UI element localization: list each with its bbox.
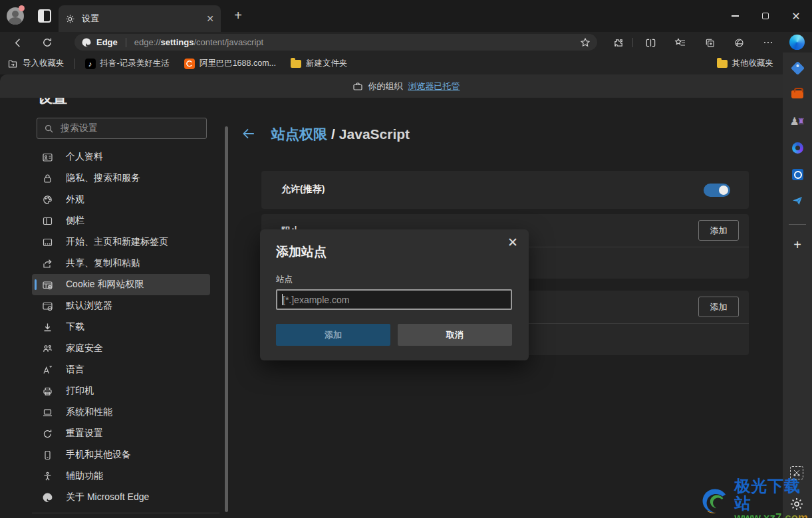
bookmark-new-folder[interactable]: 新建文件夹 bbox=[283, 56, 355, 72]
window-close-button[interactable]: ✕ bbox=[781, 0, 811, 32]
outlook-icon[interactable] bbox=[790, 167, 805, 182]
browser-tab-settings[interactable]: 设置 ✕ bbox=[59, 5, 221, 32]
tab-close-icon[interactable]: ✕ bbox=[206, 13, 214, 24]
favorite-star-icon[interactable] bbox=[580, 37, 591, 48]
palette-icon bbox=[42, 194, 53, 205]
edge-sidebar-rail: ♟♜ + bbox=[783, 53, 812, 518]
sidebar-scrollbar[interactable] bbox=[225, 126, 228, 512]
briefcase-icon bbox=[352, 81, 363, 92]
watermark-logo bbox=[698, 483, 733, 518]
download-icon bbox=[42, 322, 53, 333]
search-placeholder: 搜索设置 bbox=[61, 122, 98, 134]
site-input[interactable] bbox=[276, 289, 512, 310]
site-badge-label: Edge bbox=[96, 37, 118, 47]
sidebar-item-accessibility[interactable]: 辅助功能 bbox=[32, 465, 210, 487]
sidebar-settings-gear-icon[interactable] bbox=[789, 497, 804, 511]
sidebar-item-default-browser[interactable]: 默认浏览器 bbox=[32, 295, 210, 317]
language-icon bbox=[42, 364, 53, 376]
sidebar-item-reset-settings[interactable]: 重置设置 bbox=[32, 423, 210, 444]
more-menu-icon[interactable] bbox=[759, 34, 777, 51]
tools-icon[interactable] bbox=[790, 87, 805, 102]
sidebar-item-phone-devices[interactable]: 手机和其他设备 bbox=[32, 444, 210, 465]
bookmarks-bar: 导入收藏夹 ♪ 抖音-记录美好生活 阿里巴巴1688.com... 新建文件夹 … bbox=[0, 53, 812, 74]
bookmark-label: 抖音-记录美好生活 bbox=[100, 58, 170, 69]
sidebar-item-start-home[interactable]: 开始、主页和新建标签页 bbox=[32, 231, 210, 253]
other-favorites-label: 其他收藏夹 bbox=[732, 58, 774, 69]
sidebar-item-label: 个人资料 bbox=[66, 151, 103, 163]
dialog-cancel-button[interactable]: 取消 bbox=[398, 324, 512, 346]
bookmark-label: 新建文件夹 bbox=[306, 58, 348, 69]
breadcrumb-back-button[interactable] bbox=[241, 126, 255, 141]
screenshot-tool-icon[interactable] bbox=[790, 466, 803, 479]
text-caret bbox=[282, 294, 283, 305]
sidebar-item-share-copy-paste[interactable]: 共享、复制和粘贴 bbox=[32, 253, 210, 274]
breadcrumb-separator: / bbox=[327, 126, 339, 142]
sidebar-item-system-performance[interactable]: 系统和性能 bbox=[32, 402, 210, 423]
title-bar: 设置 ✕ + ✕ bbox=[0, 0, 812, 32]
alibaba-icon bbox=[184, 59, 195, 69]
sidebar-item-printers[interactable]: 打印机 bbox=[32, 380, 210, 402]
customize-sidebar-button[interactable]: + bbox=[790, 237, 805, 252]
shopping-icon[interactable] bbox=[790, 61, 805, 75]
sidebar-item-label: 重置设置 bbox=[66, 428, 103, 440]
split-screen-icon[interactable] bbox=[642, 34, 659, 51]
extensions-icon[interactable] bbox=[610, 34, 627, 51]
sidebar-item-downloads[interactable]: 下载 bbox=[32, 317, 210, 338]
sidebar-item-about-edge[interactable]: 关于 Microsoft Edge bbox=[32, 487, 210, 508]
dialog-title: 添加站点 bbox=[276, 243, 327, 261]
address-bar[interactable]: Edge edge:// settings /content/javascrip… bbox=[74, 34, 597, 51]
breadcrumb-current: JavaScript bbox=[339, 126, 410, 142]
copilot-icon[interactable] bbox=[789, 35, 805, 50]
sidebar-item-appearance[interactable]: 外观 bbox=[32, 189, 210, 210]
settings-nav: 个人资料 隐私、搜索和服务 外观 侧栏 开始、主页和新建标签页 共享、复制和粘贴… bbox=[32, 146, 210, 508]
dialog-close-icon[interactable]: ✕ bbox=[507, 235, 518, 250]
sidebar-item-privacy[interactable]: 隐私、搜索和服务 bbox=[32, 168, 210, 189]
search-icon bbox=[44, 124, 54, 134]
collections-icon[interactable] bbox=[701, 34, 718, 51]
allow-toggle[interactable] bbox=[704, 184, 730, 197]
family-icon bbox=[42, 343, 53, 354]
bookmark-alibaba[interactable]: 阿里巴巴1688.com... bbox=[177, 56, 283, 72]
bookmark-import-favorites[interactable]: 导入收藏夹 bbox=[0, 56, 72, 72]
sidebar-item-label: 辅助功能 bbox=[66, 470, 103, 482]
games-icon[interactable]: ♟♜ bbox=[790, 114, 805, 128]
drop-icon[interactable] bbox=[790, 194, 805, 208]
sidebar-item-family-safety[interactable]: 家庭安全 bbox=[32, 338, 210, 359]
start-page-icon bbox=[42, 237, 53, 248]
banner-managed-link[interactable]: 浏览器已托管 bbox=[408, 80, 460, 92]
tab-title: 设置 bbox=[82, 13, 200, 25]
bookmarks-divider bbox=[74, 59, 75, 69]
bookmark-label: 阿里巴巴1688.com... bbox=[200, 58, 276, 69]
refresh-button[interactable] bbox=[39, 34, 56, 51]
sidebar-item-cookies-permissions[interactable]: Cookie 和网站权限 bbox=[32, 274, 210, 295]
allow-add-button[interactable]: 添加 bbox=[698, 297, 739, 317]
sidebar-item-profile[interactable]: 个人资料 bbox=[32, 146, 210, 168]
back-button[interactable] bbox=[9, 34, 27, 51]
settings-search-box[interactable]: 搜索设置 bbox=[37, 118, 207, 139]
sidebar-item-sidebar[interactable]: 侧栏 bbox=[32, 210, 210, 231]
block-add-button[interactable]: 添加 bbox=[698, 220, 739, 241]
new-tab-button[interactable]: + bbox=[229, 7, 247, 25]
folder-icon bbox=[717, 60, 728, 68]
add-site-dialog: ✕ 添加站点 站点 添加 取消 bbox=[260, 229, 529, 360]
bookmark-douyin[interactable]: ♪ 抖音-记录美好生活 bbox=[78, 56, 177, 72]
workspaces-icon[interactable] bbox=[38, 9, 51, 23]
sidebar-item-label: 共享、复制和粘贴 bbox=[66, 257, 140, 269]
breadcrumb-parent-link[interactable]: 站点权限 bbox=[271, 126, 327, 142]
sidebar-item-languages[interactable]: 语言 bbox=[32, 359, 210, 380]
printer-icon bbox=[42, 386, 53, 397]
cookies-permissions-icon bbox=[42, 279, 53, 291]
watermark-url: www.xz7.com bbox=[734, 512, 812, 518]
sidebar-item-label: 隐私、搜索和服务 bbox=[66, 172, 140, 184]
url-path: /content/javascript bbox=[194, 37, 263, 47]
sidebar-item-label: 侧栏 bbox=[66, 215, 84, 227]
window-minimize-button[interactable] bbox=[720, 0, 750, 32]
microsoft365-icon[interactable] bbox=[790, 140, 805, 155]
profile-notification-dot bbox=[19, 5, 25, 11]
other-favorites[interactable]: 其他收藏夹 bbox=[717, 58, 774, 69]
favorites-list-icon[interactable] bbox=[672, 34, 689, 51]
ie-mode-icon[interactable] bbox=[730, 34, 747, 51]
managed-browser-banner: 你的组织 浏览器已托管 bbox=[0, 74, 812, 98]
dialog-add-button[interactable]: 添加 bbox=[276, 324, 390, 346]
window-maximize-button[interactable] bbox=[750, 0, 781, 32]
